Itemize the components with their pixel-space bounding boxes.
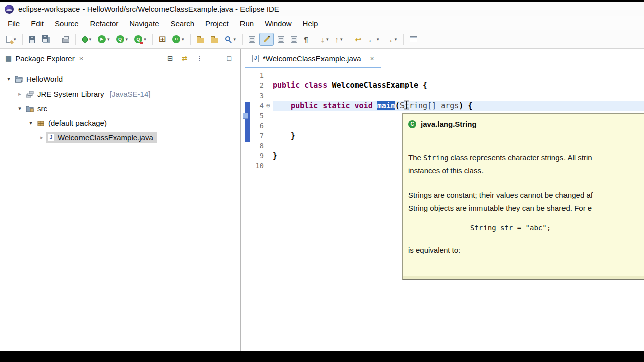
dropdown-arrow-icon[interactable]: ▾ — [126, 37, 128, 42]
jre-version-suffix: [JavaSE-14] — [108, 89, 151, 98]
menu-project[interactable]: Project — [200, 17, 234, 30]
maximize-button[interactable]: □ — [227, 55, 231, 62]
line-number: 6 — [252, 121, 264, 131]
popup-resize-strip[interactable] — [403, 276, 644, 279]
popup-title: java.lang.String — [421, 120, 477, 128]
menu-navigate[interactable]: Navigate — [124, 17, 165, 30]
quickdiff-marker — [243, 113, 248, 119]
code-text[interactable]: public static void main(String[] args) { — [273, 101, 644, 111]
dropdown-arrow-icon[interactable]: ▾ — [340, 37, 343, 42]
menu-refactor[interactable]: Refactor — [85, 17, 124, 30]
source-folder-icon — [26, 105, 34, 112]
fold-marker[interactable] — [264, 141, 273, 151]
code-text[interactable] — [273, 90, 644, 101]
tree-item-src[interactable]: ▾ src — [0, 101, 240, 116]
print-button[interactable] — [60, 33, 72, 46]
back-button[interactable]: ←▾ — [365, 33, 382, 46]
show-annotations-button[interactable] — [275, 33, 287, 46]
code-line-current[interactable]: 4⊖ public static void main(String[] args… — [242, 101, 644, 111]
new-wizard-button[interactable]: ▾ — [4, 33, 19, 46]
code-line[interactable]: 2public class WelcomeClassExample { — [242, 80, 644, 90]
fold-marker[interactable] — [264, 90, 273, 101]
collapse-all-button[interactable]: ⊟ — [167, 55, 173, 62]
package-icon — [37, 120, 45, 127]
expand-arrow-icon[interactable]: ▸ — [37, 134, 46, 141]
toolbar-separator — [190, 34, 191, 45]
menu-search[interactable]: Search — [165, 17, 200, 30]
run-last-launched-button[interactable]: Q▾ — [114, 33, 131, 46]
tree-item-helloworld[interactable]: ▾ HelloWorld — [0, 72, 240, 86]
code-text[interactable]: public class WelcomeClassExample { — [273, 80, 644, 90]
tree-item-welcomeclassexample[interactable]: ▸ JWelcomeClassExample.java — [0, 130, 240, 145]
tree-item-default-package[interactable]: ▾ (default package) — [0, 116, 240, 130]
forward-button[interactable]: →▾ — [383, 33, 400, 46]
dropdown-arrow-icon[interactable]: ▾ — [144, 37, 146, 42]
editor-tab-welcomeclassexample[interactable]: J *WelcomeClassExample.java × — [245, 49, 381, 68]
run-icon: ▶ — [98, 35, 106, 43]
fold-marker[interactable] — [264, 121, 273, 131]
package-explorer-title[interactable]: Package Explorer — [15, 54, 74, 63]
code-token: public static void — [273, 101, 377, 110]
menu-file[interactable]: File — [2, 17, 25, 30]
fold-marker[interactable] — [264, 70, 273, 80]
menu-run[interactable]: Run — [234, 17, 260, 30]
menu-window[interactable]: Window — [259, 17, 297, 30]
fold-marker[interactable] — [264, 131, 273, 141]
letterbox-top — [0, 0, 644, 2]
dropdown-arrow-icon[interactable]: ▾ — [326, 37, 329, 42]
external-tools-icon — [249, 36, 255, 43]
import-button[interactable] — [208, 33, 221, 46]
open-type-button[interactable] — [194, 33, 207, 46]
view-close-icon[interactable]: × — [79, 55, 84, 62]
tab-close-icon[interactable]: × — [370, 55, 374, 62]
dropdown-arrow-icon[interactable]: ▾ — [14, 37, 16, 42]
menu-source[interactable]: Source — [49, 17, 85, 30]
folder-icon — [211, 38, 218, 43]
dropdown-arrow-icon[interactable]: ▾ — [377, 37, 379, 42]
next-annotation-button[interactable]: ↓▾ — [318, 33, 331, 46]
new-java-project-button[interactable]: ⊞ — [156, 33, 168, 46]
expand-arrow-icon[interactable]: ▾ — [4, 76, 13, 82]
search-button[interactable]: ▾ — [222, 33, 239, 46]
dropdown-arrow-icon[interactable]: ▾ — [395, 37, 397, 42]
expand-arrow-icon[interactable]: ▾ — [15, 105, 24, 112]
fold-marker[interactable] — [264, 161, 273, 171]
tree-item-jre-system-library[interactable]: ▸ JRE System Library [JavaSE-14] — [0, 86, 240, 101]
fold-marker[interactable] — [264, 151, 273, 161]
save-all-button[interactable] — [39, 33, 52, 46]
run-button[interactable]: ▶▾ — [95, 33, 112, 46]
show-whitespace-button[interactable]: ¶ — [301, 33, 310, 46]
fold-marker[interactable]: ⊖ — [264, 101, 273, 111]
expand-arrow-icon[interactable]: ▾ — [26, 120, 35, 126]
view-menu-button[interactable]: ⋮ — [196, 55, 203, 62]
popup-code-inline: String — [423, 154, 449, 162]
toolbar-separator — [152, 34, 153, 45]
dropdown-arrow-icon[interactable]: ▾ — [107, 37, 110, 42]
tree-item-label: HelloWorld — [26, 75, 63, 83]
fold-marker[interactable] — [264, 80, 273, 90]
code-line[interactable]: 3 — [242, 90, 644, 101]
line-number: 5 — [252, 111, 264, 121]
last-edit-location-button[interactable]: ↩ — [353, 33, 364, 46]
expand-arrow-icon[interactable]: ▸ — [15, 90, 24, 97]
code-line[interactable]: 1 — [242, 70, 644, 80]
external-tools-button[interactable] — [246, 33, 258, 46]
previous-annotation-button[interactable]: ↑▾ — [333, 33, 345, 46]
fold-marker[interactable] — [264, 111, 273, 121]
minimize-button[interactable]: — — [212, 55, 219, 62]
mark-occurrences-button[interactable] — [259, 33, 274, 46]
menu-help[interactable]: Help — [297, 17, 324, 30]
dropdown-arrow-icon[interactable]: ▾ — [234, 37, 236, 42]
code-text[interactable] — [273, 70, 644, 80]
line-number: 8 — [252, 141, 264, 151]
menu-edit[interactable]: Edit — [25, 17, 49, 30]
debug-button[interactable]: ▾ — [79, 33, 94, 46]
dropdown-arrow-icon[interactable]: ▾ — [182, 37, 184, 42]
open-perspective-button[interactable] — [407, 33, 420, 46]
save-button[interactable] — [26, 33, 38, 46]
open-declaration-button[interactable] — [288, 33, 300, 46]
new-java-class-button[interactable]: C▾ — [170, 33, 187, 46]
coverage-button[interactable]: Q▾ — [132, 33, 149, 46]
link-with-editor-button[interactable]: ⇄ — [182, 55, 188, 62]
dropdown-arrow-icon[interactable]: ▾ — [89, 37, 92, 42]
